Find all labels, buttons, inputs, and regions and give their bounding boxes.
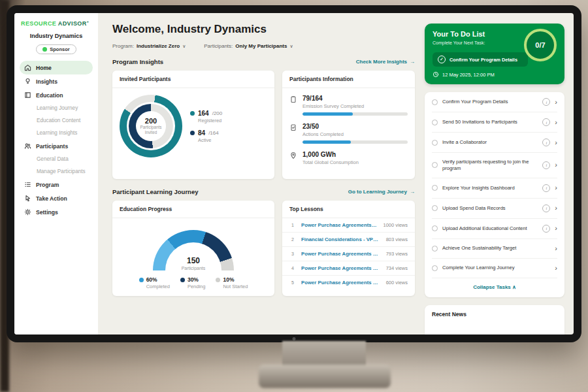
sidebar-item-label: Insights	[36, 78, 57, 85]
location-pin-icon	[289, 152, 297, 159]
info-icon[interactable]: i	[542, 161, 550, 169]
task-checkbox[interactable]	[432, 246, 438, 252]
section-title-program-insights: Program Insights	[112, 58, 163, 65]
task-checkbox[interactable]	[432, 265, 438, 271]
sponsor-badge-label: Sponsor	[50, 46, 69, 52]
task-checkbox[interactable]	[432, 205, 438, 211]
sidebar-item-general-data[interactable]: General Data	[20, 153, 93, 165]
task-checkbox[interactable]	[432, 99, 438, 105]
program-filter-value: Industrialize Zero	[137, 43, 180, 49]
sidebar-item-label: Program	[36, 182, 59, 188]
chevron-right-icon: ›	[555, 184, 557, 191]
chevron-up-icon: ∧	[512, 284, 516, 290]
info-icon[interactable]: i	[542, 204, 550, 212]
task-checkbox[interactable]	[432, 225, 438, 231]
top-lessons-card: Top Lessons 1 Power Purchase Agreements …	[282, 201, 415, 296]
todo-subtitle: Complete Your Next Task:	[433, 41, 485, 45]
lesson-link[interactable]: Financial Considerations - VPPAs	[301, 237, 381, 242]
program-filter-label: Program:	[112, 43, 134, 49]
book-icon	[24, 91, 31, 99]
page-title: Welcome, Industry Dynamics	[112, 23, 415, 36]
sidebar-item-program[interactable]: Program	[20, 178, 93, 191]
progress-bar	[302, 112, 408, 116]
stat-global-consumption: 1,000 GWh Total Global Consumption	[289, 151, 408, 165]
invited-participants-donut-chart: 200 Participants Invited	[120, 95, 182, 157]
task-checkbox[interactable]	[432, 162, 438, 168]
gauge-center-value: 150	[153, 257, 234, 265]
donut-center-value: 200	[145, 117, 157, 125]
next-task-label: Confirm Your Program Details	[449, 57, 517, 63]
task-checkbox[interactable]	[432, 185, 438, 191]
filter-bar: Program: Industrialize Zero ∨ Participan…	[112, 43, 415, 49]
card-title: Education Progress	[112, 201, 274, 218]
logo-plus: +	[87, 20, 90, 24]
info-icon[interactable]: i	[542, 225, 550, 233]
chevron-right-icon: ›	[555, 161, 557, 169]
gear-icon	[24, 208, 31, 216]
lesson-link[interactable]: Power Purchase Agreements 102	[301, 265, 381, 271]
sidebar-item-insights[interactable]: Insights	[20, 74, 93, 88]
sidebar-item-education-content[interactable]: Education Content	[20, 114, 93, 127]
sidebar-item-participants[interactable]: Participants	[20, 139, 93, 153]
task-checkbox[interactable]	[432, 140, 438, 146]
participants-filter-dropdown[interactable]: Participants: Only My Participants ∨	[204, 43, 293, 49]
info-icon[interactable]: i	[542, 118, 550, 126]
dashboard-screen: RESOURCE ADVISOR+ Industry Dynamics Spon…	[14, 13, 574, 335]
recent-news-title: Recent News	[432, 311, 466, 318]
legend-item-active: 84/164 Active	[190, 129, 222, 143]
list-icon	[24, 181, 31, 188]
participants-filter-label: Participants:	[204, 43, 233, 49]
sidebar-item-take-action[interactable]: Take Action	[20, 191, 93, 205]
legend-dot	[139, 278, 144, 282]
info-icon[interactable]: i	[542, 139, 550, 146]
participants-information-card: Participants Information 79/164 Emission…	[282, 71, 415, 179]
sidebar-item-label: Home	[36, 65, 52, 71]
main-content: Welcome, Industry Dynamics Program: Indu…	[98, 13, 423, 335]
sidebar-item-manage-participants[interactable]: Manage Participants	[20, 165, 93, 178]
next-task-pill[interactable]: ✓ Confirm Your Program Details	[433, 52, 528, 67]
clock-icon	[433, 71, 439, 78]
monitor-frame: RESOURCE ADVISOR+ Industry Dynamics Spon…	[7, 5, 581, 342]
task-row[interactable]: Send 50 Invitations to Participants i ›	[432, 112, 557, 133]
card-title: Invited Participants	[112, 71, 274, 88]
task-row[interactable]: Confirm Your Program Details i ›	[432, 92, 557, 112]
clipboard-icon	[289, 95, 297, 103]
task-row[interactable]: Upload Additional Educational Content i …	[432, 219, 557, 239]
sidebar-item-label: Settings	[36, 209, 58, 216]
resource-advisor-logo: RESOURCE ADVISOR+	[20, 20, 93, 27]
lesson-link[interactable]: Power Purchase Agreements 101	[301, 251, 381, 257]
education-progress-card: Education Progress 150 Participants	[112, 201, 274, 296]
sidebar-item-learning-insights[interactable]: Learning Insights	[20, 127, 93, 139]
task-row[interactable]: Complete Your Learning Journey ›	[432, 259, 557, 278]
lesson-link[interactable]: Power Purchase Agreements 103	[301, 280, 381, 286]
task-row[interactable]: Upload Spend Data Records i ›	[432, 199, 557, 219]
collapse-tasks-button[interactable]: Collapse Tasks ∧	[432, 278, 557, 297]
info-icon[interactable]: i	[542, 184, 550, 192]
pointer-icon	[24, 195, 31, 202]
monitor-camera-dot	[293, 337, 296, 340]
progress-bar	[302, 140, 408, 144]
sidebar-item-home[interactable]: Home	[20, 61, 93, 74]
lesson-link[interactable]: Power Purchase Agreements 101	[301, 222, 378, 228]
sidebar-item-label: Participants	[36, 143, 68, 150]
program-filter-dropdown[interactable]: Program: Industrialize Zero ∨	[112, 43, 186, 49]
sidebar-item-settings[interactable]: Settings	[20, 205, 93, 219]
lesson-row: 2 Financial Considerations - VPPAs 803 v…	[282, 233, 415, 247]
info-icon[interactable]: i	[542, 98, 550, 106]
check-circle-icon: ✓	[438, 56, 446, 63]
chevron-right-icon: ›	[555, 119, 557, 126]
clipboard-check-icon	[289, 123, 297, 131]
go-to-learning-journey-link[interactable]: Go to Learning Journey →	[348, 189, 415, 195]
task-row[interactable]: Achieve One Sustainability Target ›	[432, 239, 557, 259]
stat-actions-completed: 23/50 Actions Completed	[289, 123, 408, 144]
check-more-insights-link[interactable]: Check More Insights →	[356, 59, 415, 65]
task-row[interactable]: Explore Your Insights Dashboard i ›	[432, 178, 557, 199]
arrow-right-icon: →	[410, 59, 415, 65]
task-row[interactable]: Verify participants requesting to join t…	[432, 153, 557, 178]
sidebar-item-learning-journey[interactable]: Learning Journey	[20, 102, 93, 114]
sponsor-badge[interactable]: Sponsor	[36, 44, 76, 54]
chevron-right-icon: ›	[555, 204, 557, 212]
task-checkbox[interactable]	[432, 120, 438, 125]
sidebar-item-education[interactable]: Education	[20, 88, 93, 102]
task-row[interactable]: Invite a Collaborator i ›	[432, 133, 557, 153]
